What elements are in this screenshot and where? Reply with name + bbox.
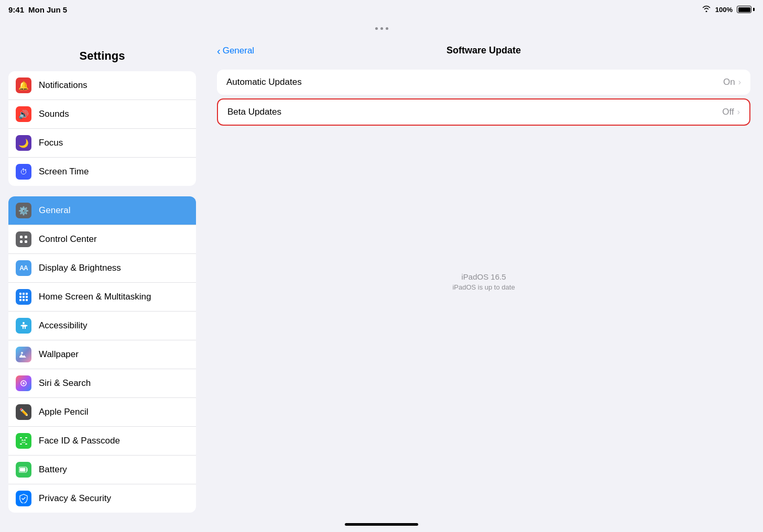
sidebar-item-battery[interactable]: Battery [8,456,196,484]
status-bar: 9:41 Mon Jun 5 100% [0,0,763,19]
status-bar-left: 9:41 Mon Jun 5 [8,5,67,14]
wallpaper-label: Wallpaper [39,349,79,360]
sidebar-item-sounds[interactable]: 🔊 Sounds [8,100,196,129]
dot1 [375,27,378,30]
sounds-icon: 🔊 [16,106,31,122]
control-center-icon [16,231,31,247]
notifications-icon: 🔔 [16,77,31,93]
svg-rect-7 [19,296,21,298]
focus-label: Focus [39,138,63,148]
automatic-updates-card: Automatic Updates On › [217,70,750,95]
svg-rect-3 [25,240,27,243]
back-chevron-icon: ‹ [217,46,221,56]
apple-pencil-label: Apple Pencil [39,407,89,417]
siri-search-label: Siri & Search [39,378,91,389]
sidebar-item-notifications[interactable]: 🔔 Notifications [8,71,196,100]
status-bar-right: 100% [702,5,755,14]
battery-label: Battery [39,464,67,475]
sidebar-item-general[interactable]: ⚙️ General [8,196,196,225]
face-id-label: Face ID & Passcode [39,436,120,446]
display-brightness-label: Display & Brightness [39,263,121,273]
automatic-updates-chevron-icon: › [738,77,741,87]
sidebar-item-face-id[interactable]: Face ID & Passcode [8,427,196,456]
svg-rect-8 [23,296,25,298]
beta-updates-label: Beta Updates [227,107,281,117]
content-body: Automatic Updates On › Beta Updates Off … [204,61,763,516]
general-label: General [39,205,70,216]
drag-indicator [0,19,763,40]
svg-rect-12 [26,299,28,301]
main-container: Settings 🔔 Notifications 🔊 Sounds 🌙 Focu… [0,40,763,516]
sounds-label: Sounds [39,109,69,119]
back-button[interactable]: ‹ General [217,46,254,56]
battery-icon [16,462,31,478]
home-bar [345,523,418,526]
sidebar-item-apple-pencil[interactable]: ✏️ Apple Pencil [8,398,196,427]
accessibility-icon [16,318,31,334]
dot2 [380,27,383,30]
svg-point-16 [23,382,25,384]
sidebar-item-control-center[interactable]: Control Center [8,225,196,254]
beta-updates-value: Off [722,107,734,117]
sidebar-item-screen-time[interactable]: ⏱ Screen Time [8,158,196,186]
svg-point-13 [23,322,25,324]
svg-rect-20 [25,444,27,445]
control-center-label: Control Center [39,234,97,245]
home-indicator [0,516,763,532]
svg-rect-19 [20,444,22,445]
svg-rect-1 [25,236,27,238]
three-dots [375,21,388,36]
content-header: ‹ General Software Update [204,40,763,61]
page-title: Software Update [446,45,521,56]
os-version: iPadOS 16.5 [217,272,750,281]
time-label: 9:41 [8,5,24,14]
svg-rect-17 [20,437,22,438]
date-label: Mon Jun 5 [28,5,67,14]
sidebar-title: Settings [8,45,196,71]
sidebar-item-accessibility[interactable]: Accessibility [8,312,196,340]
home-screen-label: Home Screen & Multitasking [39,292,151,302]
apple-pencil-icon: ✏️ [16,404,31,420]
svg-rect-4 [19,293,21,295]
content-area: ‹ General Software Update Automatic Upda… [204,40,763,516]
svg-rect-0 [20,236,23,238]
svg-rect-18 [25,437,27,438]
general-icon: ⚙️ [16,203,31,218]
automatic-updates-value: On [723,77,735,87]
svg-rect-10 [19,299,21,301]
beta-updates-row[interactable]: Beta Updates Off › [217,98,750,126]
sidebar: Settings 🔔 Notifications 🔊 Sounds 🌙 Focu… [0,40,204,516]
sidebar-item-wallpaper[interactable]: Wallpaper [8,340,196,369]
sidebar-item-home-screen[interactable]: Home Screen & Multitasking [8,283,196,312]
svg-point-14 [21,352,23,354]
sidebar-group-1: 🔔 Notifications 🔊 Sounds 🌙 Focus ⏱ Scree… [8,71,196,186]
svg-rect-6 [26,293,28,295]
privacy-security-label: Privacy & Security [39,493,111,504]
back-label: General [223,46,254,56]
svg-rect-2 [20,240,23,243]
home-screen-icon [16,289,31,305]
svg-rect-9 [26,296,28,298]
privacy-security-icon [16,491,31,506]
automatic-updates-row[interactable]: Automatic Updates On › [217,70,750,95]
svg-rect-11 [23,299,25,301]
sidebar-item-siri-search[interactable]: Siri & Search [8,369,196,398]
automatic-updates-value-container: On › [723,77,741,87]
siri-icon [16,375,31,391]
sidebar-item-focus[interactable]: 🌙 Focus [8,129,196,158]
display-brightness-icon: AA [16,260,31,276]
sidebar-item-display-brightness[interactable]: AA Display & Brightness [8,254,196,283]
automatic-updates-label: Automatic Updates [226,77,302,87]
wifi-icon [702,5,711,14]
accessibility-label: Accessibility [39,320,88,331]
svg-rect-25 [20,468,26,472]
screen-time-label: Screen Time [39,167,89,177]
notifications-label: Notifications [39,80,88,91]
sidebar-item-privacy-security[interactable]: Privacy & Security [8,484,196,513]
beta-updates-value-container: Off › [722,107,740,117]
os-status: iPadOS is up to date [217,283,750,291]
sidebar-group-2: ⚙️ General Control Center AA Display & B… [8,196,196,513]
svg-rect-5 [23,293,25,295]
focus-icon: 🌙 [16,135,31,151]
battery-percent: 100% [715,6,733,14]
